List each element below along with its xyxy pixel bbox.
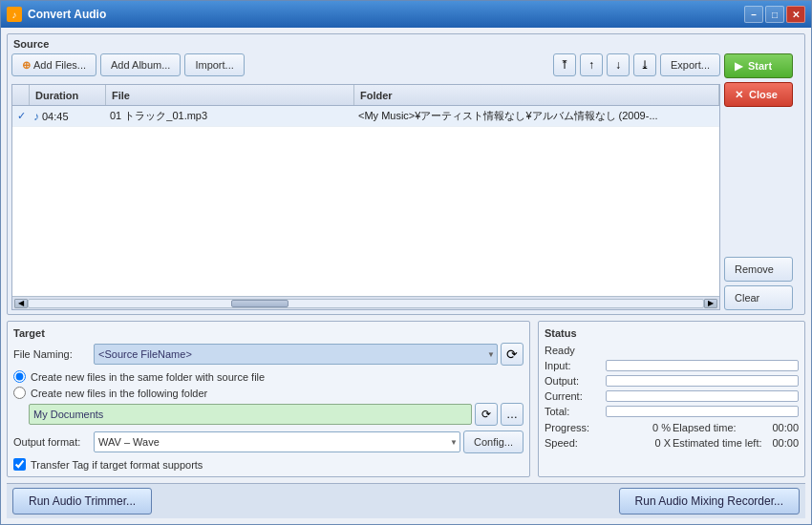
elapsed-label: Elapsed time: bbox=[673, 422, 737, 433]
row-checkbox[interactable]: ✓ bbox=[12, 106, 30, 126]
speed-label: Speed: bbox=[545, 437, 578, 449]
main-window: ♪ Convert Audio – □ ✕ Source ⊕ Add Files… bbox=[0, 0, 812, 525]
maximize-button[interactable]: □ bbox=[765, 6, 784, 23]
total-progress-bar bbox=[606, 406, 799, 417]
file-naming-select-wrapper: ▼ bbox=[94, 344, 498, 365]
close-button[interactable]: ✕ Close bbox=[724, 82, 793, 107]
window-close-button[interactable]: ✕ bbox=[786, 6, 805, 23]
right-side-buttons: ▶ Start ✕ Close Remove Clear bbox=[724, 53, 801, 310]
scroll-left-button[interactable]: ◀ bbox=[14, 299, 28, 308]
file-naming-label: File Naming: bbox=[13, 348, 90, 360]
table-body: ✓ ♪ 04:45 01 トラック_01.mp3 <My Music>¥アーティ… bbox=[12, 106, 719, 296]
export-button[interactable]: Export... bbox=[660, 53, 720, 76]
speed-item: Speed: 0 X bbox=[545, 436, 671, 450]
add-files-icon: ⊕ bbox=[22, 59, 31, 72]
elapsed-value: 00:00 bbox=[772, 422, 799, 433]
transfer-tag-checkbox[interactable] bbox=[13, 458, 26, 471]
output-label: Output: bbox=[545, 375, 602, 387]
target-section: Target File Naming: ▼ ⟳ Create ne bbox=[7, 321, 530, 477]
spacer bbox=[724, 111, 801, 253]
source-label: Source bbox=[11, 38, 801, 50]
output-format-select[interactable]: WAV – Wave MP3 AAC FLAC bbox=[94, 431, 460, 452]
move-top-button[interactable]: ⤒ bbox=[553, 53, 576, 76]
file-naming-refresh-button[interactable]: ⟳ bbox=[501, 343, 524, 366]
header-duration: Duration bbox=[30, 85, 106, 105]
table-header: Duration File Folder bbox=[12, 85, 719, 106]
folder-refresh-button[interactable]: ⟳ bbox=[475, 403, 498, 426]
estimated-value: 00:00 bbox=[772, 437, 799, 449]
elapsed-item: Elapsed time: 00:00 bbox=[673, 421, 799, 434]
add-album-button[interactable]: Add Album... bbox=[100, 53, 181, 76]
move-down-button[interactable]: ↓ bbox=[607, 53, 630, 76]
radio-same-folder-row: Create new files in the same folder with… bbox=[13, 370, 524, 383]
folder-select-wrapper bbox=[29, 404, 472, 425]
start-button[interactable]: ▶ Start bbox=[724, 53, 793, 78]
speed-value: 0 X bbox=[654, 437, 671, 449]
clear-button[interactable]: Clear bbox=[724, 285, 793, 310]
source-section: Source ⊕ Add Files... Add Album... bbox=[7, 33, 805, 315]
minimize-button[interactable]: – bbox=[744, 6, 763, 23]
run-trimmer-button[interactable]: Run Audio Trimmer... bbox=[12, 488, 152, 514]
footer-bar: Run Audio Trimmer... Run Audio Mixing Re… bbox=[7, 483, 805, 518]
start-icon: ▶ bbox=[735, 60, 742, 73]
total-label: Total: bbox=[545, 406, 602, 417]
progress-value: 0 % bbox=[652, 422, 671, 433]
header-file: File bbox=[106, 85, 354, 105]
import-button[interactable]: Import... bbox=[184, 53, 244, 76]
header-checkbox-col bbox=[12, 85, 30, 105]
status-section: Status Ready Input: Output: bbox=[538, 321, 805, 477]
scroll-right-button[interactable]: ▶ bbox=[704, 299, 717, 308]
title-bar: ♪ Convert Audio – □ ✕ bbox=[1, 1, 811, 28]
header-folder: Folder bbox=[354, 85, 719, 105]
current-label: Current: bbox=[545, 390, 602, 402]
remove-button[interactable]: Remove bbox=[724, 257, 793, 282]
output-format-label: Output format: bbox=[13, 436, 90, 448]
row-duration: ♪ 04:45 bbox=[30, 106, 106, 126]
folder-input[interactable] bbox=[29, 404, 472, 425]
estimated-label: Estimated time left: bbox=[673, 437, 762, 449]
row-file: 01 トラック_01.mp3 bbox=[106, 106, 354, 126]
source-toolbar: ⊕ Add Files... Add Album... Import... ⤒ … bbox=[11, 53, 720, 76]
move-up-button[interactable]: ↑ bbox=[580, 53, 603, 76]
ready-row: Ready bbox=[545, 345, 799, 356]
output-format-row: Output format: WAV – Wave MP3 AAC FLAC ▼ bbox=[13, 430, 524, 453]
input-progress-bar bbox=[606, 360, 799, 371]
folder-browse-button[interactable]: … bbox=[501, 403, 524, 426]
table-row[interactable]: ✓ ♪ 04:45 01 トラック_01.mp3 <My Music>¥アーティ… bbox=[12, 106, 719, 127]
scrollbar-thumb[interactable] bbox=[231, 300, 288, 307]
transfer-tag-row: Transfer Tag if target format supports bbox=[13, 458, 524, 471]
file-naming-row: File Naming: ▼ ⟳ bbox=[13, 343, 524, 366]
current-row: Current: bbox=[545, 390, 799, 402]
move-bottom-button[interactable]: ⤓ bbox=[633, 53, 656, 76]
progress-label: Progress: bbox=[545, 422, 589, 433]
radio-custom-folder-row: Create new files in the following folder bbox=[13, 387, 524, 399]
app-icon: ♪ bbox=[7, 7, 22, 22]
run-mixing-recorder-button[interactable]: Run Audio Mixing Recorder... bbox=[619, 488, 800, 514]
scrollbar-track[interactable] bbox=[28, 299, 704, 308]
input-label: Input: bbox=[545, 360, 602, 371]
target-label: Target bbox=[13, 327, 524, 339]
input-row: Input: bbox=[545, 360, 799, 371]
current-progress-bar bbox=[606, 390, 799, 402]
file-table: Duration File Folder ✓ ♪ 0 bbox=[11, 84, 720, 310]
horizontal-scrollbar[interactable]: ◀ ▶ bbox=[12, 296, 719, 309]
file-naming-input[interactable] bbox=[94, 344, 498, 365]
output-progress-bar bbox=[606, 375, 799, 387]
output-format-select-wrapper: WAV – Wave MP3 AAC FLAC ▼ bbox=[94, 431, 460, 452]
row-folder: <My Music>¥アーティスト情報なし¥アルバム情報なし (2009-... bbox=[354, 106, 719, 126]
close-icon-btn: ✕ bbox=[735, 89, 743, 101]
estimated-item: Estimated time left: 00:00 bbox=[673, 436, 799, 450]
start-close-group: ▶ Start ✕ Close bbox=[724, 53, 801, 107]
custom-folder-radio[interactable] bbox=[13, 387, 26, 399]
folder-row: ⟳ … bbox=[13, 403, 524, 426]
same-folder-radio[interactable] bbox=[13, 370, 26, 383]
status-label: Status bbox=[545, 327, 799, 339]
window-controls: – □ ✕ bbox=[744, 6, 805, 23]
config-button[interactable]: Config... bbox=[463, 430, 524, 453]
ready-text: Ready bbox=[545, 345, 575, 356]
window-title: Convert Audio bbox=[28, 8, 744, 21]
status-grid: Progress: 0 % Elapsed time: 00:00 Speed:… bbox=[545, 421, 799, 450]
add-files-button[interactable]: ⊕ Add Files... bbox=[11, 53, 96, 76]
total-row: Total: bbox=[545, 406, 799, 417]
output-row: Output: bbox=[545, 375, 799, 387]
